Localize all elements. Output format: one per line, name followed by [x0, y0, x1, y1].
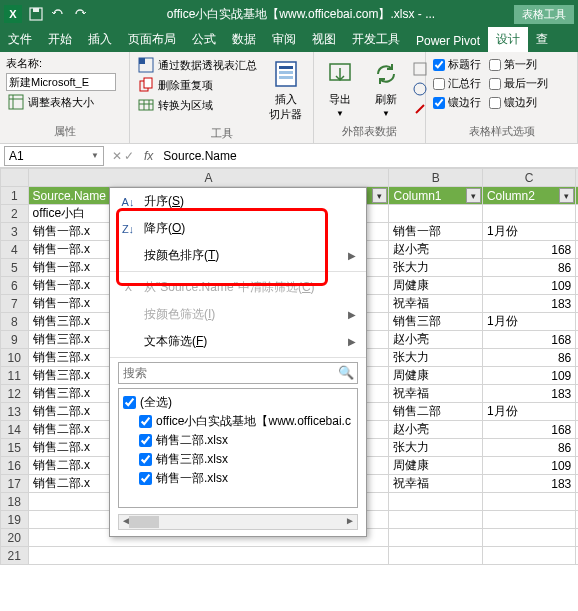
text-filter-item[interactable]: 文本筛选(F)▶ — [110, 328, 366, 355]
export-button[interactable]: 导出▼ — [320, 56, 360, 122]
cell[interactable]: 周健康 — [389, 457, 482, 475]
cancel-icon[interactable]: ✕ — [112, 149, 122, 163]
cell[interactable]: 赵小亮 — [389, 241, 482, 259]
cell[interactable]: 168 — [482, 421, 575, 439]
cell[interactable]: 赵小亮 — [389, 331, 482, 349]
row-header[interactable]: 4 — [1, 241, 29, 259]
cell[interactable] — [389, 205, 482, 223]
convert-range-button[interactable]: 转换为区域 — [136, 96, 259, 114]
cell[interactable]: 86 — [482, 259, 575, 277]
undo-icon[interactable] — [50, 6, 66, 22]
confirm-icon[interactable]: ✓ — [124, 149, 134, 163]
row-header[interactable]: 5 — [1, 259, 29, 277]
cell[interactable]: 109 — [482, 367, 575, 385]
tab-插入[interactable]: 插入 — [80, 27, 120, 52]
cell[interactable] — [482, 511, 575, 529]
row-header[interactable]: 17 — [1, 475, 29, 493]
cell[interactable]: 祝幸福 — [389, 295, 482, 313]
filter-dropdown-button[interactable]: ▾ — [559, 188, 574, 203]
banded-cols-checkbox[interactable]: 镶边列 — [488, 94, 549, 111]
cell[interactable]: 赵小亮 — [389, 421, 482, 439]
tab-文件[interactable]: 文件 — [0, 27, 40, 52]
row-header[interactable]: 7 — [1, 295, 29, 313]
cell[interactable] — [389, 493, 482, 511]
filter-value-list[interactable]: (全选) office小白实战基地【www.officebai.c销售二部.xl… — [118, 388, 358, 508]
tab-视图[interactable]: 视图 — [304, 27, 344, 52]
cell[interactable] — [389, 547, 482, 565]
chevron-down-icon[interactable]: ▼ — [91, 151, 99, 160]
select-all-corner[interactable] — [1, 169, 29, 187]
last-col-checkbox[interactable]: 最后一列 — [488, 75, 549, 92]
scroll-right-icon[interactable]: ► — [343, 515, 357, 529]
sort-by-color-item[interactable]: 按颜色排序(T)▶ — [110, 242, 366, 269]
tab-审阅[interactable]: 审阅 — [264, 27, 304, 52]
row-header[interactable]: 16 — [1, 457, 29, 475]
save-icon[interactable] — [28, 6, 44, 22]
cell[interactable] — [482, 547, 575, 565]
row-header[interactable]: 21 — [1, 547, 29, 565]
cell[interactable]: 109 — [482, 457, 575, 475]
formula-input[interactable] — [159, 149, 578, 163]
filter-value-item[interactable]: 销售一部.xlsx — [123, 469, 353, 488]
row-header[interactable]: 12 — [1, 385, 29, 403]
cell[interactable]: 销售二部 — [389, 403, 482, 421]
cell[interactable]: 张大力 — [389, 259, 482, 277]
cell[interactable]: 1月份 — [482, 403, 575, 421]
filter-value-item[interactable]: 销售二部.xlsx — [123, 431, 353, 450]
cell[interactable]: 109 — [482, 277, 575, 295]
cell[interactable] — [482, 529, 575, 547]
refresh-button[interactable]: 刷新▼ — [366, 56, 406, 122]
cell[interactable]: 周健康 — [389, 277, 482, 295]
row-header[interactable]: 15 — [1, 439, 29, 457]
cell[interactable]: 86 — [482, 439, 575, 457]
tab-开始[interactable]: 开始 — [40, 27, 80, 52]
tab-公式[interactable]: 公式 — [184, 27, 224, 52]
fx-icon[interactable]: fx — [138, 149, 159, 163]
row-header[interactable]: 19 — [1, 511, 29, 529]
table-name-input[interactable] — [6, 73, 116, 91]
row-header[interactable]: 18 — [1, 493, 29, 511]
cell[interactable]: 销售三部 — [389, 313, 482, 331]
cell[interactable]: 张大力 — [389, 439, 482, 457]
row-header[interactable]: 13 — [1, 403, 29, 421]
sort-asc-item[interactable]: A↓升序(S) — [110, 188, 366, 215]
summarize-pivot-button[interactable]: 通过数据透视表汇总 — [136, 56, 259, 74]
redo-icon[interactable] — [72, 6, 88, 22]
tab-Power Pivot[interactable]: Power Pivot — [408, 30, 488, 52]
tab-设计[interactable]: 设计 — [488, 27, 528, 52]
row-header[interactable]: 11 — [1, 367, 29, 385]
cell[interactable]: 168 — [482, 331, 575, 349]
row-header[interactable]: 20 — [1, 529, 29, 547]
cell[interactable] — [28, 547, 389, 565]
cell[interactable]: 祝幸福 — [389, 385, 482, 403]
header-row-checkbox[interactable]: 标题行 — [432, 56, 482, 73]
cell[interactable]: 1月份 — [482, 223, 575, 241]
col-header-A[interactable]: A — [28, 169, 389, 187]
cell[interactable] — [389, 511, 482, 529]
scroll-thumb[interactable] — [129, 516, 159, 528]
cell[interactable]: 86 — [482, 349, 575, 367]
cell[interactable]: 168 — [482, 241, 575, 259]
cell[interactable]: 183 — [482, 295, 575, 313]
resize-table-button[interactable]: 调整表格大小 — [6, 93, 123, 111]
name-box[interactable]: A1▼ — [4, 146, 104, 166]
cell[interactable] — [389, 529, 482, 547]
insert-slicer-button[interactable]: 插入 切片器 — [265, 56, 306, 124]
cell[interactable]: 1月份 — [482, 313, 575, 331]
row-header[interactable]: 8 — [1, 313, 29, 331]
tab-数据[interactable]: 数据 — [224, 27, 264, 52]
row-header[interactable]: 3 — [1, 223, 29, 241]
filter-dropdown-button[interactable]: ▾ — [466, 188, 481, 203]
filter-value-item[interactable]: office小白实战基地【www.officebai.c — [123, 412, 353, 431]
row-header[interactable]: 14 — [1, 421, 29, 439]
col-header-B[interactable]: B — [389, 169, 482, 187]
row-header[interactable]: 9 — [1, 331, 29, 349]
filter-select-all[interactable]: (全选) — [123, 393, 353, 412]
filter-scrollbar-horizontal[interactable]: ◄ ► — [118, 514, 358, 530]
search-icon[interactable]: 🔍 — [338, 365, 354, 380]
row-header[interactable]: 2 — [1, 205, 29, 223]
first-col-checkbox[interactable]: 第一列 — [488, 56, 549, 73]
cell[interactable]: 销售一部 — [389, 223, 482, 241]
table-header-cell[interactable]: Column1▾ — [389, 187, 482, 205]
cell[interactable]: 183 — [482, 385, 575, 403]
